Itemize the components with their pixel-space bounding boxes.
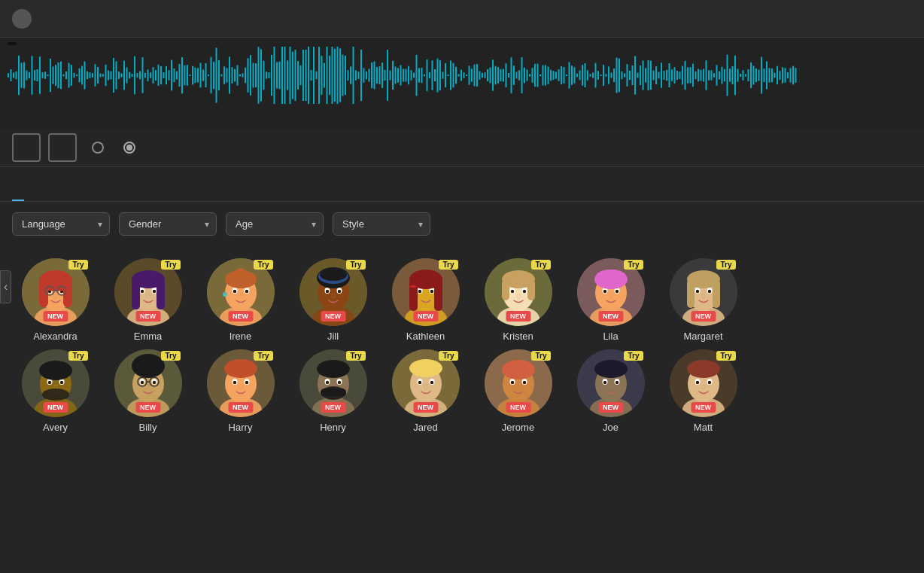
style-filter[interactable]: Style xyxy=(333,212,430,236)
avatar-container-emma: Try NEW xyxy=(114,258,182,326)
try-badge-irene[interactable]: Try xyxy=(254,260,272,270)
voice-card-emma[interactable]: Try NEW Emma xyxy=(105,258,191,342)
tab-effect[interactable] xyxy=(24,183,36,201)
svg-rect-204 xyxy=(545,65,546,85)
try-badge-matt[interactable]: Try xyxy=(716,351,735,361)
voice-card-henry[interactable]: Try NEW Henry xyxy=(290,349,376,433)
svg-rect-73 xyxy=(200,63,202,88)
voice-name-alexandra: Alexandra xyxy=(33,331,78,342)
voice-card-jared[interactable]: Try NEW Jared xyxy=(382,349,469,433)
svg-point-393 xyxy=(695,290,698,293)
svg-rect-103 xyxy=(279,62,281,90)
try-badge-jerome[interactable]: Try xyxy=(531,351,550,361)
svg-point-420 xyxy=(132,354,165,378)
voice-card-joe[interactable]: Try NEW Joe xyxy=(567,349,654,433)
svg-rect-191 xyxy=(511,57,512,93)
try-badge-jared[interactable]: Try xyxy=(439,351,457,361)
svg-rect-255 xyxy=(679,72,681,79)
svg-rect-119 xyxy=(321,56,323,94)
voice-card-avery[interactable]: Try NEW Avery xyxy=(12,349,99,433)
language-filter[interactable]: Language xyxy=(12,212,110,236)
try-badge-avery[interactable]: Try xyxy=(68,351,87,361)
new-badge-harry: NEW xyxy=(228,402,253,413)
try-badge-kristen[interactable]: Try xyxy=(531,260,550,270)
svg-point-387 xyxy=(596,270,626,283)
voice-card-kathleen[interactable]: Try NEW Kathleen xyxy=(382,258,469,342)
voice-card-kristen[interactable]: Try NEW Kristen xyxy=(475,258,561,342)
stop-button[interactable] xyxy=(48,133,77,162)
svg-rect-117 xyxy=(316,72,318,80)
try-badge-harry[interactable]: Try xyxy=(254,351,272,361)
tabs-bar xyxy=(0,167,924,202)
try-badge-joe[interactable]: Try xyxy=(624,351,643,361)
svg-rect-209 xyxy=(558,69,560,81)
svg-rect-203 xyxy=(543,66,544,86)
svg-point-419 xyxy=(147,385,150,389)
voice-card-matt[interactable]: Try NEW Matt xyxy=(660,349,746,433)
svg-point-335 xyxy=(239,294,242,298)
svg-rect-233 xyxy=(622,72,623,80)
svg-point-442 xyxy=(337,381,340,384)
svg-rect-87 xyxy=(237,65,239,85)
svg-rect-364 xyxy=(410,285,416,288)
svg-rect-102 xyxy=(276,62,278,88)
svg-rect-295 xyxy=(785,68,786,82)
voice-card-harry[interactable]: Try NEW Harry xyxy=(197,349,284,433)
voice-card-margaret[interactable]: Try NEW Margaret xyxy=(660,258,746,342)
svg-rect-115 xyxy=(311,70,312,81)
original-radio[interactable] xyxy=(123,142,140,154)
svg-rect-52 xyxy=(144,73,146,78)
try-badge-lila[interactable]: Try xyxy=(624,260,643,270)
svg-rect-32 xyxy=(92,73,93,78)
svg-rect-139 xyxy=(374,62,375,90)
try-badge-billy[interactable]: Try xyxy=(161,351,180,361)
svg-rect-166 xyxy=(445,63,446,87)
voice-card-irene[interactable]: Try NEW Irene xyxy=(197,258,284,342)
close-button[interactable] xyxy=(12,9,32,29)
svg-rect-284 xyxy=(755,69,757,82)
svg-rect-256 xyxy=(682,66,683,85)
svg-rect-253 xyxy=(674,67,676,84)
svg-point-410 xyxy=(42,389,69,401)
gender-filter[interactable]: Gender xyxy=(119,212,217,236)
svg-point-357 xyxy=(418,290,421,293)
play-button[interactable] xyxy=(12,133,41,162)
tab-human-voice[interactable] xyxy=(12,183,24,201)
new-badge-kristen: NEW xyxy=(506,311,530,322)
try-badge-jill[interactable]: Try xyxy=(346,260,365,270)
svg-point-462 xyxy=(510,381,513,384)
adjusted-radio[interactable] xyxy=(92,142,108,154)
svg-rect-200 xyxy=(534,64,536,87)
svg-rect-38 xyxy=(108,70,109,80)
svg-point-345 xyxy=(325,290,328,293)
try-badge-kathleen[interactable]: Try xyxy=(439,260,457,270)
voices-section: Try NEW Alexandra xyxy=(0,246,924,573)
waveform-area[interactable] xyxy=(0,38,924,128)
voice-card-jill[interactable]: Try NEW Jill xyxy=(290,258,376,342)
svg-rect-21 xyxy=(63,75,65,77)
try-badge-henry[interactable]: Try xyxy=(346,351,365,361)
voice-card-lila[interactable]: Try NEW Lila xyxy=(567,258,654,342)
avatar-container-joe: Try NEW xyxy=(577,349,645,417)
try-badge-alexandra[interactable]: Try xyxy=(68,260,87,270)
side-arrow-button[interactable]: ‹ xyxy=(0,270,11,303)
try-badge-emma[interactable]: Try xyxy=(161,260,180,270)
svg-point-472 xyxy=(603,381,606,384)
svg-rect-142 xyxy=(381,62,383,88)
svg-rect-123 xyxy=(332,47,333,104)
svg-point-320 xyxy=(140,290,143,293)
voice-card-billy[interactable]: Try NEW Billy xyxy=(105,349,191,433)
svg-rect-199 xyxy=(532,68,533,82)
svg-rect-146 xyxy=(392,61,394,90)
voice-card-jerome[interactable]: Try NEW Jerome xyxy=(475,349,561,433)
svg-rect-122 xyxy=(329,56,330,95)
svg-rect-235 xyxy=(627,64,628,87)
voice-card-alexandra[interactable]: Try NEW Alexandra xyxy=(12,258,99,342)
svg-point-444 xyxy=(317,360,350,378)
try-badge-margaret[interactable]: Try xyxy=(716,260,735,270)
svg-rect-54 xyxy=(150,72,151,78)
age-filter[interactable]: Age xyxy=(226,212,324,236)
svg-rect-13 xyxy=(42,72,44,78)
avatar-container-jill: Try NEW xyxy=(299,258,367,326)
svg-rect-188 xyxy=(503,69,504,82)
